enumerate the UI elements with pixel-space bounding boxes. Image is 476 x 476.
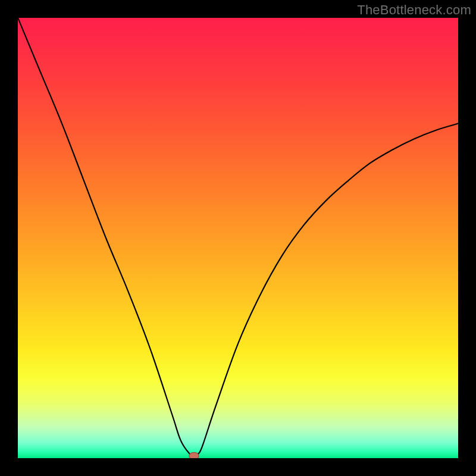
plot-area — [18, 18, 458, 458]
chart-svg — [18, 18, 458, 458]
gradient-background — [18, 18, 458, 458]
watermark-label: TheBottleneck.com — [357, 2, 471, 18]
chart-container: TheBottleneck.com — [0, 0, 476, 476]
optimal-point-marker — [189, 452, 199, 458]
